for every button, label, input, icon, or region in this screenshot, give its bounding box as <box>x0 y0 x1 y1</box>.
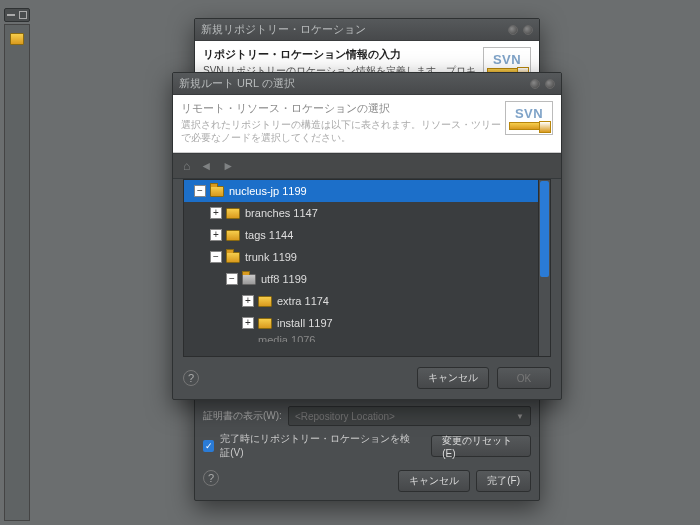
svn-logo-icon: SVN <box>505 101 553 135</box>
dialog-titlebar[interactable]: 新規リポジトリー・ロケーション <box>195 19 539 41</box>
chevron-down-icon: ▼ <box>516 412 524 421</box>
cancel-button[interactable]: キャンセル <box>417 367 489 389</box>
scrollbar-thumb[interactable] <box>540 181 549 277</box>
tree-node[interactable]: + install 1197 <box>184 312 538 334</box>
repository-view-icon[interactable] <box>10 33 24 45</box>
cert-combo[interactable]: <Repository Location> ▼ <box>288 406 531 426</box>
tree-node[interactable]: − utf8 1199 <box>184 268 538 290</box>
collapse-icon[interactable]: − <box>210 251 222 263</box>
dialog-title: 新規リポジトリー・ロケーション <box>201 22 366 37</box>
cert-combo-value: <Repository Location> <box>295 411 395 422</box>
tree-node-label: nucleus-jp 1199 <box>229 185 307 197</box>
home-icon[interactable]: ⌂ <box>183 159 190 173</box>
tree-node-label: install 1197 <box>277 317 333 329</box>
tree-nav-toolbar: ⌂ ◄ ► <box>173 153 561 179</box>
tree-node-clipped[interactable]: media 1076 <box>184 334 538 342</box>
tree-node[interactable]: + branches 1147 <box>184 202 538 224</box>
tree-node[interactable]: + tags 1144 <box>184 224 538 246</box>
tree-node-label: branches 1147 <box>245 207 318 219</box>
validate-label: 完了時にリポジトリー・ロケーションを検証(V) <box>220 432 419 460</box>
tree-node-label: trunk 1199 <box>245 251 297 263</box>
tree-node[interactable]: + extra 1174 <box>184 290 538 312</box>
tree-node-label: utf8 1199 <box>261 273 307 285</box>
help-icon[interactable]: ? <box>203 470 219 486</box>
help-icon[interactable]: ? <box>183 370 199 386</box>
finish-button[interactable]: 完了(F) <box>476 470 531 492</box>
tree-scrollbar[interactable] <box>539 179 551 357</box>
banner-heading: リモート・リソース・ロケーションの選択 <box>181 101 505 116</box>
dialog-titlebar[interactable]: 新規ルート URL の選択 <box>173 73 561 95</box>
expand-icon[interactable]: + <box>210 207 222 219</box>
banner-subtext: 選択されたリポジトリーの構造は以下に表されます。リソース・ツリーで必要なノードを… <box>181 118 505 144</box>
folder-open-icon <box>242 274 256 285</box>
reset-changes-button[interactable]: 変更のリセット(E) <box>431 435 531 457</box>
tool-rail <box>4 24 30 521</box>
collapse-icon[interactable]: − <box>194 185 206 197</box>
back-icon[interactable]: ◄ <box>200 159 212 173</box>
folder-icon <box>258 318 272 329</box>
validate-checkbox[interactable]: ✓ <box>203 440 214 452</box>
expand-icon[interactable]: + <box>210 229 222 241</box>
select-root-url-dialog: 新規ルート URL の選択 リモート・リソース・ロケーションの選択 選択されたリ… <box>172 72 562 400</box>
close-dot-icon[interactable] <box>545 79 555 89</box>
restore-icon <box>19 11 27 19</box>
tree-node-label: extra 1174 <box>277 295 329 307</box>
cert-label: 証明書の表示(W): <box>203 409 282 423</box>
dialog-title: 新規ルート URL の選択 <box>179 76 295 91</box>
folder-icon <box>258 296 272 307</box>
dialog-banner: リモート・リソース・ロケーションの選択 選択されたリポジトリーの構造は以下に表さ… <box>173 95 561 153</box>
folder-icon <box>226 230 240 241</box>
tree-node-root[interactable]: − nucleus-jp 1199 <box>184 180 538 202</box>
cancel-button[interactable]: キャンセル <box>398 470 470 492</box>
folder-icon <box>226 208 240 219</box>
minimize-dot-icon[interactable] <box>508 25 518 35</box>
minimize-dot-icon[interactable] <box>530 79 540 89</box>
expand-icon[interactable]: + <box>242 317 254 329</box>
repo-tree[interactable]: − nucleus-jp 1199 + branches 1147 + tags… <box>183 179 539 357</box>
collapse-icon[interactable]: − <box>226 273 238 285</box>
minimize-icon <box>7 14 15 16</box>
banner-heading: リポジトリー・ロケーション情報の入力 <box>203 47 483 62</box>
folder-open-icon <box>210 186 224 197</box>
close-dot-icon[interactable] <box>523 25 533 35</box>
tree-node-label: tags 1144 <box>245 229 293 241</box>
tree-node[interactable]: − trunk 1199 <box>184 246 538 268</box>
folder-open-icon <box>226 252 240 263</box>
forward-icon[interactable]: ► <box>222 159 234 173</box>
expand-icon[interactable]: + <box>242 295 254 307</box>
app-min-restore[interactable] <box>4 8 30 22</box>
ok-button: OK <box>497 367 551 389</box>
